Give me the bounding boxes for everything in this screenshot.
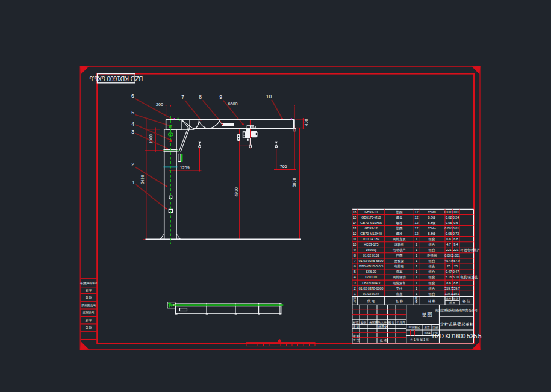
svg-text:分区: 分区 bbox=[369, 321, 375, 324]
svg-text:16: 16 bbox=[353, 210, 356, 214]
svg-text:数: 数 bbox=[415, 297, 418, 300]
svg-text:1: 1 bbox=[416, 254, 417, 257]
svg-text:7: 7 bbox=[354, 259, 356, 263]
svg-text:13: 13 bbox=[353, 226, 356, 230]
svg-text:0.6: 0.6 bbox=[453, 221, 458, 225]
svg-text:12: 12 bbox=[414, 221, 418, 225]
svg-text:签名: 签名 bbox=[388, 321, 394, 325]
svg-text:号: 号 bbox=[353, 300, 356, 303]
svg-text:GB93-12: GB93-12 bbox=[364, 226, 378, 230]
svg-text:457.9: 457.9 bbox=[452, 259, 460, 263]
svg-text:1: 1 bbox=[416, 292, 417, 296]
svg-text:01 02 0375-6500: 01 02 0375-6500 bbox=[359, 259, 384, 263]
svg-text:旧底图总号: 旧底图总号 bbox=[81, 303, 96, 308]
svg-text:SK6.00: SK6.00 bbox=[366, 270, 376, 273]
svg-text:14: 14 bbox=[353, 221, 356, 225]
svg-text:组合: 组合 bbox=[429, 264, 435, 269]
svg-text:南京起重机械设备有限责任公司: 南京起重机械设备有限责任公司 bbox=[435, 308, 478, 313]
svg-text:5: 5 bbox=[131, 110, 134, 116]
svg-text:组合: 组合 bbox=[429, 287, 435, 291]
svg-text:1664: 1664 bbox=[424, 332, 431, 335]
svg-text:组合: 组合 bbox=[429, 275, 435, 279]
svg-text:5: 5 bbox=[354, 270, 356, 273]
svg-text:15: 15 bbox=[353, 216, 356, 219]
svg-text:2: 2 bbox=[416, 243, 417, 246]
svg-text:5430: 5430 bbox=[140, 175, 145, 185]
svg-text:0.02: 0.02 bbox=[446, 216, 452, 219]
svg-text:4: 4 bbox=[131, 121, 134, 127]
svg-text:年月日: 年月日 bbox=[396, 321, 405, 325]
svg-text:6.8: 6.8 bbox=[453, 237, 458, 241]
svg-text:电机/减速机: 电机/减速机 bbox=[461, 275, 478, 279]
svg-text:共 1 张 第 1 张: 共 1 张 第 1 张 bbox=[410, 338, 429, 342]
svg-text:12: 12 bbox=[414, 232, 418, 235]
svg-text:01 02 0378-6000: 01 02 0378-6000 bbox=[359, 287, 384, 290]
svg-text:1: 1 bbox=[416, 259, 417, 263]
svg-text:2: 2 bbox=[173, 303, 175, 307]
svg-text:400: 400 bbox=[304, 119, 308, 126]
svg-text:悬臂梁: 悬臂梁 bbox=[394, 259, 405, 263]
svg-text:0.06: 0.06 bbox=[446, 232, 452, 235]
svg-text:量: 量 bbox=[415, 300, 418, 303]
svg-text:日 期: 日 期 bbox=[86, 296, 92, 299]
svg-text:挡圈: 挡圈 bbox=[396, 254, 403, 258]
svg-text:组合: 组合 bbox=[429, 248, 435, 252]
svg-text:8.8: 8.8 bbox=[446, 281, 451, 285]
svg-text:0.001: 0.001 bbox=[452, 254, 460, 257]
svg-text:1: 1 bbox=[416, 275, 417, 279]
svg-text:3: 3 bbox=[354, 281, 356, 285]
svg-text:组合: 组合 bbox=[429, 292, 435, 296]
svg-text:1600kg: 1600kg bbox=[366, 248, 376, 252]
svg-text:9: 9 bbox=[354, 248, 356, 252]
svg-text:签 字: 签 字 bbox=[86, 319, 92, 322]
svg-text:200: 200 bbox=[156, 102, 163, 107]
svg-text:工 艺: 工 艺 bbox=[353, 338, 360, 342]
svg-text:阶段标记: 阶段标记 bbox=[409, 325, 420, 329]
svg-text:4.7: 4.7 bbox=[446, 243, 451, 246]
svg-text:1259: 1259 bbox=[180, 165, 190, 170]
svg-text:10: 10 bbox=[353, 243, 356, 246]
svg-text:设 计: 设 计 bbox=[352, 325, 360, 328]
svg-text:0.01: 0.01 bbox=[453, 226, 459, 230]
svg-text:标记: 标记 bbox=[352, 321, 359, 325]
svg-text:6: 6 bbox=[354, 264, 356, 268]
svg-text:8: 8 bbox=[354, 254, 356, 257]
svg-text:0.001: 0.001 bbox=[444, 210, 453, 214]
svg-text:1: 1 bbox=[416, 237, 417, 241]
svg-text:总图: 总图 bbox=[421, 311, 433, 317]
svg-text:25: 25 bbox=[454, 264, 458, 268]
svg-text:组合: 组合 bbox=[429, 243, 435, 247]
svg-text:比例: 比例 bbox=[432, 326, 438, 329]
svg-text:5.16: 5.16 bbox=[453, 275, 459, 279]
svg-text:9.4: 9.4 bbox=[453, 243, 458, 246]
svg-text:螺母: 螺母 bbox=[396, 216, 403, 219]
svg-text:组合: 组合 bbox=[429, 237, 435, 241]
svg-text:滑车: 滑车 bbox=[396, 270, 403, 273]
svg-text:序: 序 bbox=[353, 297, 356, 300]
svg-text:0.47: 0.47 bbox=[453, 270, 459, 273]
svg-text:批 准: 批 准 bbox=[380, 338, 387, 343]
svg-text:更改文件号: 更改文件号 bbox=[375, 320, 390, 324]
svg-text:回转驱动: 回转驱动 bbox=[393, 275, 406, 279]
svg-text:25: 25 bbox=[447, 264, 450, 268]
svg-text:质量: 质量 bbox=[424, 326, 430, 329]
svg-text:0.24: 0.24 bbox=[453, 216, 459, 219]
svg-text:XZD1.01: XZD1.01 bbox=[365, 275, 378, 279]
svg-text:0.05: 0.05 bbox=[446, 221, 452, 225]
svg-text:底座: 底座 bbox=[396, 292, 403, 296]
svg-text:回转支承: 回转支承 bbox=[393, 237, 406, 241]
svg-text:0.47: 0.47 bbox=[446, 270, 452, 273]
svg-text:材 料: 材 料 bbox=[428, 299, 436, 303]
svg-text:1: 1 bbox=[354, 292, 356, 296]
svg-text:6.8: 6.8 bbox=[446, 237, 451, 241]
svg-text:1: 1 bbox=[416, 287, 417, 290]
svg-text:名 称: 名 称 bbox=[396, 299, 403, 303]
svg-text:签 字: 签 字 bbox=[86, 288, 92, 292]
svg-text:4: 4 bbox=[354, 275, 356, 279]
svg-text:组合: 组合 bbox=[429, 270, 435, 274]
svg-text:12: 12 bbox=[414, 226, 418, 230]
svg-text:HC03-175: HC03-175 bbox=[364, 243, 379, 246]
svg-text:8: 8 bbox=[199, 94, 202, 100]
svg-text:1000: 1000 bbox=[149, 134, 153, 144]
svg-text:11: 11 bbox=[353, 237, 356, 241]
